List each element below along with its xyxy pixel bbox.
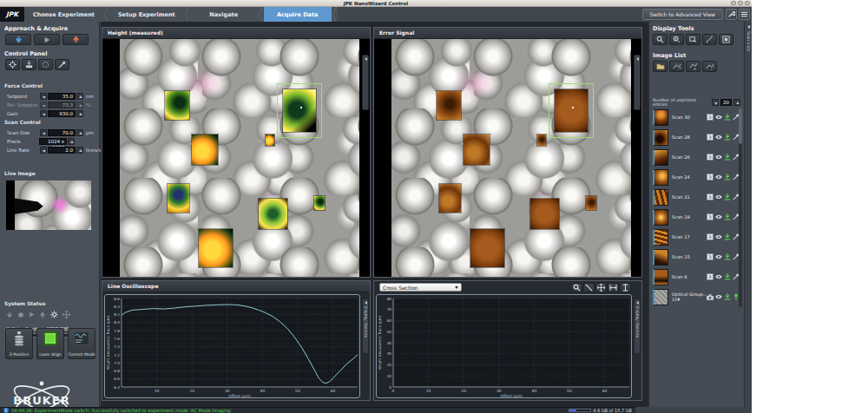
reload-scan-icon[interactable] (702, 61, 717, 72)
zoom-icon[interactable] (653, 34, 667, 45)
stepper-up-button[interactable] (76, 129, 83, 136)
save-icon[interactable] (724, 134, 731, 141)
image-list-entry[interactable]: Scan 19 3 (653, 207, 741, 226)
scan-thumbnail[interactable] (653, 229, 668, 246)
scan-overlay[interactable] (199, 229, 233, 267)
parameter-value-field[interactable]: 1024 x 1024 (39, 138, 67, 145)
live-optical-image[interactable] (6, 180, 91, 230)
image-list-entry[interactable]: Optical Group... 16 (653, 287, 741, 306)
scan-overlay[interactable] (470, 229, 504, 267)
eye-icon[interactable] (715, 174, 722, 180)
wrench-icon[interactable] (726, 9, 737, 20)
eye-icon[interactable] (715, 234, 722, 239)
save-icon[interactable] (724, 213, 731, 220)
scan-thumbnail[interactable] (653, 109, 668, 126)
eye-icon[interactable] (715, 134, 722, 140)
scan-lists-tab[interactable]: Scan Lists (744, 22, 752, 407)
vertical-range-icon[interactable] (620, 283, 631, 292)
parameter-value-field[interactable]: 70.0 (48, 129, 76, 136)
scan-thumbnail[interactable] (653, 209, 668, 226)
scan-overlay[interactable] (464, 134, 490, 166)
scan-thumbnail[interactable] (653, 249, 668, 266)
setup-tool-icon[interactable] (55, 59, 69, 70)
scan-thumbnail[interactable] (653, 169, 668, 186)
minimize-button[interactable] (731, 1, 736, 5)
export-image-icon[interactable] (686, 34, 700, 45)
scan-thumbnail[interactable] (653, 269, 668, 285)
image-list-entry[interactable]: Scan 30 3 (653, 108, 741, 127)
error-image-view[interactable] (374, 39, 641, 277)
parameter-value-field[interactable]: 2.0 (48, 147, 76, 154)
save-all-icon[interactable] (686, 61, 700, 72)
save-scan-icon[interactable] (669, 61, 684, 72)
save-icon[interactable] (724, 233, 731, 240)
group-expander[interactable]: 16 (672, 297, 707, 302)
eye-icon[interactable] (715, 274, 722, 279)
save-icon[interactable] (724, 154, 731, 161)
stepper-down-button[interactable] (40, 147, 47, 154)
stepper-down-button[interactable] (40, 110, 47, 117)
current-mode-button[interactable]: Current Mode (68, 328, 95, 359)
parameter-value-field[interactable]: 73.3 (48, 102, 76, 108)
scan-overlay[interactable] (165, 91, 189, 120)
camera-icon[interactable] (707, 294, 713, 300)
eye-icon[interactable] (715, 294, 722, 299)
fit-view-icon[interactable] (595, 283, 607, 292)
scan-thumbnail[interactable] (653, 149, 668, 166)
scan-overlay[interactable] (266, 134, 274, 147)
inspect-icon[interactable] (669, 34, 684, 45)
height-image-view[interactable] (102, 39, 370, 277)
scan-overlay[interactable] (555, 89, 589, 132)
stepper-up-button[interactable] (733, 99, 740, 106)
scan-overlay[interactable] (192, 134, 218, 166)
eye-icon[interactable] (715, 254, 722, 259)
motor-stage-icon[interactable] (22, 59, 36, 70)
scan-overlay[interactable] (283, 89, 317, 132)
save-icon[interactable] (724, 174, 731, 180)
stepper-up-button[interactable] (76, 102, 83, 108)
scan-overlay[interactable] (586, 196, 596, 210)
display-options-tab[interactable]: Display Options (362, 298, 369, 354)
image-list-entry[interactable]: Scan 6 3 (653, 267, 741, 286)
cross-section-dropdown[interactable]: Cross Section (379, 283, 462, 292)
scan-thumbnail[interactable] (653, 289, 668, 305)
stepper-down-button[interactable] (40, 129, 47, 136)
menu-icon[interactable] (739, 9, 750, 20)
scan-thumbnail[interactable] (653, 189, 668, 206)
folder-icon[interactable] (653, 61, 667, 72)
feedback-icon[interactable] (5, 59, 20, 70)
eye-icon[interactable] (715, 214, 722, 220)
scan-overlay[interactable] (259, 199, 287, 230)
stepper-down-button[interactable] (40, 93, 47, 100)
save-icon[interactable] (724, 253, 731, 260)
measure-icon[interactable] (702, 34, 717, 45)
workflow-tab[interactable]: Choose Experiment (24, 7, 103, 22)
z-position-button[interactable]: Z-Position (5, 328, 33, 359)
zoom-icon[interactable] (571, 283, 582, 292)
scan-overlay[interactable] (437, 91, 461, 120)
display-options-tab[interactable]: Display Options (634, 298, 641, 354)
scan-overlay[interactable] (168, 184, 189, 213)
image-list-entry[interactable]: Scan 24 3 (653, 167, 741, 187)
laser-align-button[interactable]: Laser Align (36, 328, 64, 359)
scan-overlay[interactable] (439, 184, 461, 213)
switch-advanced-view-button[interactable]: Switch to Advanced View (642, 9, 723, 20)
image-list-scrollbar[interactable] (739, 108, 742, 307)
horizontal-range-icon[interactable] (608, 283, 619, 292)
image-list-entry[interactable]: Scan 15 3 (653, 247, 741, 266)
scan-overlay[interactable] (314, 196, 325, 210)
workflow-tab[interactable]: Acquire Data (264, 7, 332, 22)
eye-icon[interactable] (715, 154, 722, 160)
scan-overlay[interactable] (537, 134, 546, 147)
save-icon[interactable] (724, 114, 731, 121)
workflow-tab[interactable]: Setup Experiment (109, 7, 184, 22)
scan-thumbnail[interactable] (653, 129, 668, 146)
parameter-value-field[interactable]: 930.0 (48, 110, 76, 117)
snapshot-icon[interactable] (719, 34, 733, 45)
parameter-value-field[interactable]: 35.0 (48, 93, 76, 100)
save-icon[interactable] (724, 193, 731, 200)
display-options-tab[interactable] (634, 55, 641, 110)
image-list-entry[interactable]: Scan 28 3 (653, 128, 741, 147)
stepper-down-button[interactable] (712, 99, 719, 106)
workflow-tab[interactable]: Navigate (190, 7, 258, 22)
